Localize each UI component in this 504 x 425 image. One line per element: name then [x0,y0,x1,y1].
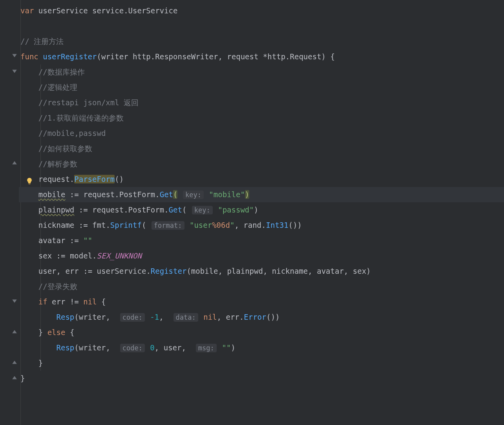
fold-close-icon[interactable] [12,360,17,365]
code-line: //mobile,passwd [19,126,504,141]
code-editor[interactable]: var userService service.UserService // 注… [0,0,504,425]
code-line: //数据库操作 [19,64,504,80]
code-line: if err != nil { [19,294,504,310]
code-line: //解析参数 [19,156,504,172]
code-line: //1.获取前端传递的参数 [19,110,504,126]
gutter [0,0,19,425]
code-line: func userRegister(writer http.ResponseWr… [19,49,504,64]
inlay-hint: format: [152,221,184,230]
inlay-hint: msg: [196,344,217,352]
code-line: // 注册方法 [19,34,504,49]
fold-open-icon[interactable] [12,53,17,58]
code-area[interactable]: var userService service.UserService // 注… [19,0,504,425]
code-line: var userService service.UserService [19,3,504,18]
code-line: sex := model.SEX_UNKNON [19,248,504,264]
inlay-hint: key: [192,206,213,214]
paren-match: ( [173,190,177,199]
code-line: plainpwd := request.PostForm.Get( key: "… [19,202,504,218]
code-line: Resp(writer, code: 0, user, msg: "") [19,340,504,355]
fold-close-icon[interactable] [12,329,17,335]
code-line: } [19,355,504,371]
inlay-hint: key: [183,191,204,199]
code-line: //restapi json/xml 返回 [19,95,504,110]
warning-highlight: ParseForm [74,175,115,183]
code-line: nickname := fmt.Sprintf( format: "user%0… [19,218,504,233]
fold-open-icon[interactable] [12,68,17,74]
code-line: //逻辑处理 [19,80,504,95]
inlay-hint: code: [120,344,145,352]
code-line: } else { [19,325,504,340]
fold-close-icon[interactable] [12,375,17,381]
code-line: //如何获取参数 [19,141,504,156]
code-line: user, err := userService.Register(mobile… [19,264,504,279]
inlay-hint: data: [173,313,198,322]
code-line: //登录失败 [19,279,504,294]
code-line-current: mobile := request.PostForm.Get( key: "mo… [19,187,504,202]
fold-close-icon[interactable] [12,160,17,166]
code-line: avatar := "" [19,233,504,248]
code-line: } [19,371,504,386]
code-line [19,18,504,34]
paren-match: ) [245,190,249,199]
fold-open-icon[interactable] [12,298,17,304]
inlay-hint: code: [120,313,145,322]
code-line: request.ParseForm() [19,172,504,187]
code-line: Resp(writer, code: -1, data: nil, err.Er… [19,310,504,325]
